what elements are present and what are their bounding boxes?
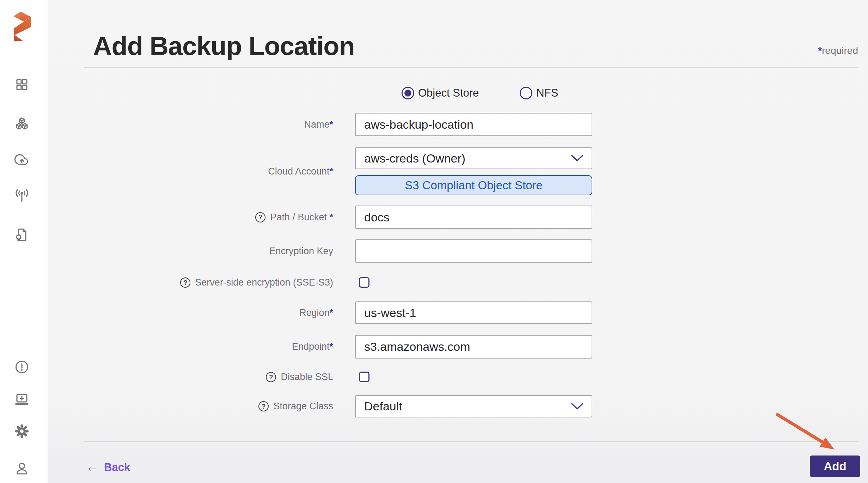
endpoint-input[interactable] xyxy=(355,335,592,359)
help-icon[interactable]: ? xyxy=(258,401,269,411)
required-asterisk: * xyxy=(818,45,822,56)
encryption-key-label: Encryption Key xyxy=(0,239,333,263)
chevron-down-icon xyxy=(571,155,583,162)
region-input[interactable] xyxy=(355,301,592,324)
region-label: Region* xyxy=(0,301,333,324)
s3-compliant-object-store-button[interactable]: S3 Compliant Object Store xyxy=(355,175,592,195)
storage-class-value: Default xyxy=(364,399,402,413)
nfs-radio-label: NFS xyxy=(536,87,558,99)
footer-divider xyxy=(84,441,858,442)
page-title: Add Backup Location xyxy=(93,31,355,61)
storage-class-dropdown[interactable]: Default xyxy=(355,395,592,417)
help-icon[interactable]: ? xyxy=(266,372,276,382)
location-type-selector: Object Store NFS xyxy=(402,87,558,99)
dashboard-icon[interactable] xyxy=(14,77,30,92)
required-word: required xyxy=(822,45,858,56)
path-bucket-label: ? Path / Bucket * xyxy=(0,206,333,229)
name-input[interactable] xyxy=(355,113,592,136)
sse-label: ? Server-side encryption (SSE-S3) xyxy=(0,277,333,288)
header-divider xyxy=(84,67,858,68)
annotation-arrow-icon xyxy=(770,410,841,456)
back-button[interactable]: ← Back xyxy=(86,461,130,474)
encryption-key-input[interactable] xyxy=(355,239,592,263)
help-icon[interactable]: ? xyxy=(255,212,265,222)
sse-checkbox[interactable] xyxy=(359,277,369,288)
chevron-down-icon xyxy=(571,403,583,410)
nfs-radio[interactable] xyxy=(520,87,532,99)
help-icon[interactable]: ? xyxy=(180,277,190,288)
cloud-account-label: Cloud Account* xyxy=(0,147,333,195)
back-label: Back xyxy=(104,461,130,474)
cloud-account-dropdown[interactable]: aws-creds (Owner) xyxy=(355,147,592,169)
required-note: *required xyxy=(818,45,858,56)
settings-gear-icon[interactable] xyxy=(14,423,30,439)
kasten-logo-icon[interactable] xyxy=(13,11,31,41)
radio-selected-dot xyxy=(404,90,411,97)
back-arrow-icon: ← xyxy=(86,460,99,473)
disable-ssl-checkbox[interactable] xyxy=(359,372,369,382)
name-label: Name* xyxy=(0,113,333,136)
user-profile-icon[interactable] xyxy=(14,461,30,476)
add-backup-location-page: Add Backup Location *required Object Sto… xyxy=(0,0,868,483)
endpoint-label: Endpoint* xyxy=(0,335,333,359)
add-button[interactable]: Add xyxy=(810,456,860,477)
object-store-radio[interactable] xyxy=(402,87,414,99)
cloud-account-value: aws-creds (Owner) xyxy=(364,152,465,165)
storage-class-label: ? Storage Class xyxy=(0,395,333,417)
path-bucket-input[interactable] xyxy=(355,206,592,229)
disable-ssl-label: ? Disable SSL xyxy=(0,372,333,383)
object-store-radio-label: Object Store xyxy=(418,87,479,99)
